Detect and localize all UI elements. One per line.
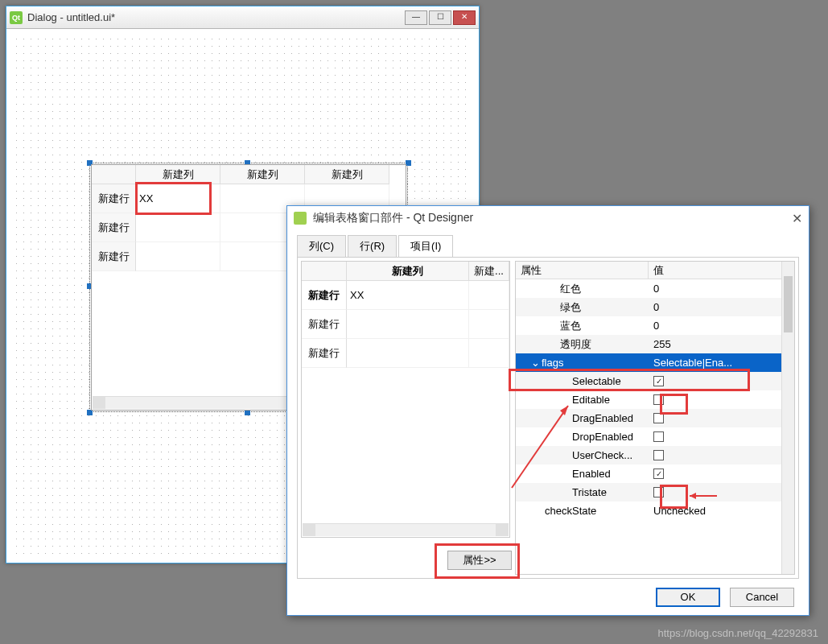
close-button[interactable]: ✕ xyxy=(792,211,802,226)
ok-button[interactable]: OK xyxy=(656,588,720,607)
titlebar[interactable]: 编辑表格窗口部件 - Qt Designer ✕ xyxy=(287,206,809,230)
maximize-button[interactable]: ☐ xyxy=(429,10,451,25)
table-cell[interactable] xyxy=(347,339,469,368)
prop-value[interactable]: 0 xyxy=(649,279,781,298)
qt-icon xyxy=(294,212,307,225)
tab-rows[interactable]: 行(R) xyxy=(348,235,397,257)
prop-value[interactable]: 0 xyxy=(649,298,781,316)
column-header[interactable]: 新建列 xyxy=(305,165,389,184)
row-header[interactable]: 新建行 xyxy=(92,213,136,242)
table-cell[interactable] xyxy=(136,242,220,271)
table-cell[interactable] xyxy=(347,310,469,339)
prop-name: DragEnabled xyxy=(516,409,649,427)
checkbox-dragenabled[interactable] xyxy=(653,413,664,423)
checkbox-tristate[interactable] xyxy=(653,487,664,497)
cancel-button[interactable]: Cancel xyxy=(730,588,794,607)
tab-content: 新建列 新建... 新建行 XX 新建行 新建行 属性>> xyxy=(297,257,799,579)
resize-handle[interactable] xyxy=(406,160,411,166)
titlebar[interactable]: Qt Dialog - untitled.ui* — ☐ ✕ xyxy=(6,6,479,29)
checkbox-enabled[interactable]: ✓ xyxy=(653,469,664,479)
prop-value[interactable]: Selectable|Ena... xyxy=(649,353,781,372)
row-header[interactable]: 新建行 xyxy=(92,242,136,271)
prop-flags[interactable]: ⌄flags xyxy=(516,353,649,372)
qt-icon: Qt xyxy=(10,11,23,24)
table-cell[interactable]: XX xyxy=(347,281,469,310)
items-table[interactable]: 新建列 新建... 新建行 XX 新建行 新建行 xyxy=(301,261,510,538)
row-header[interactable]: 新建行 xyxy=(302,339,347,368)
checkbox-editable[interactable] xyxy=(653,394,664,405)
prop-value[interactable]: 0 xyxy=(649,316,781,335)
table-cell[interactable]: XX xyxy=(136,184,220,213)
table-cell[interactable] xyxy=(136,213,220,242)
prop-name: 红色 xyxy=(516,279,649,298)
scrollbar-thumb[interactable] xyxy=(784,276,793,332)
prop-name: 绿色 xyxy=(516,298,649,316)
window-title: Dialog - untitled.ui* xyxy=(27,11,115,23)
prop-name: UserCheck... xyxy=(516,446,649,464)
column-header[interactable]: 新建列 xyxy=(136,165,220,184)
table-corner xyxy=(302,262,347,281)
column-header[interactable]: 新建列 xyxy=(220,165,305,184)
prop-name: DropEnabled xyxy=(516,427,649,446)
row-header[interactable]: 新建行 xyxy=(302,281,347,310)
expand-icon[interactable]: ⌄ xyxy=(530,353,540,372)
horizontal-scrollbar[interactable] xyxy=(303,523,509,536)
prop-value[interactable]: Unchecked xyxy=(649,502,781,520)
dialog-title: 编辑表格窗口部件 - Qt Designer xyxy=(313,211,473,225)
tab-items[interactable]: 项目(I) xyxy=(398,235,453,257)
tab-columns[interactable]: 列(C) xyxy=(297,235,346,257)
edit-table-dialog: 编辑表格窗口部件 - Qt Designer ✕ 列(C) 行(R) 项目(I)… xyxy=(286,205,809,616)
prop-name: 透明度 xyxy=(516,335,649,353)
minimize-button[interactable]: — xyxy=(405,10,427,25)
table-cell[interactable] xyxy=(469,310,509,339)
prop-name: Editable xyxy=(516,390,649,409)
prop-name: Tristate xyxy=(516,483,649,502)
table-corner xyxy=(92,165,136,184)
resize-handle[interactable] xyxy=(87,410,93,415)
tab-bar: 列(C) 行(R) 项目(I) xyxy=(287,230,809,257)
prop-name: Selectable xyxy=(516,372,649,390)
row-header[interactable]: 新建行 xyxy=(302,310,347,339)
prop-name: 蓝色 xyxy=(516,316,649,335)
property-header-name: 属性 xyxy=(516,262,649,279)
watermark: https://blog.csdn.net/qq_42292831 xyxy=(658,627,819,639)
prop-value[interactable]: 255 xyxy=(649,335,781,353)
prop-name: checkState xyxy=(516,502,649,520)
checkbox-dropenabled[interactable] xyxy=(653,431,664,442)
row-header[interactable]: 新建行 xyxy=(92,184,136,213)
resize-handle[interactable] xyxy=(245,410,250,415)
prop-name: Enabled xyxy=(516,464,649,483)
property-editor[interactable]: 属性 值 红色0 绿色0 蓝色0 透明度255 ⌄flagsSelectable… xyxy=(515,261,795,575)
column-header[interactable]: 新建... xyxy=(469,262,509,281)
column-header[interactable]: 新建列 xyxy=(347,262,469,281)
checkbox-selectable[interactable]: ✓ xyxy=(653,376,664,386)
table-cell[interactable] xyxy=(469,281,509,310)
property-header-value: 值 xyxy=(649,262,794,279)
properties-toggle-button[interactable]: 属性>> xyxy=(447,551,512,570)
vertical-scrollbar[interactable] xyxy=(781,262,794,574)
checkbox-usercheckable[interactable] xyxy=(653,450,664,460)
table-cell[interactable] xyxy=(469,339,509,368)
close-button[interactable]: ✕ xyxy=(453,10,476,25)
